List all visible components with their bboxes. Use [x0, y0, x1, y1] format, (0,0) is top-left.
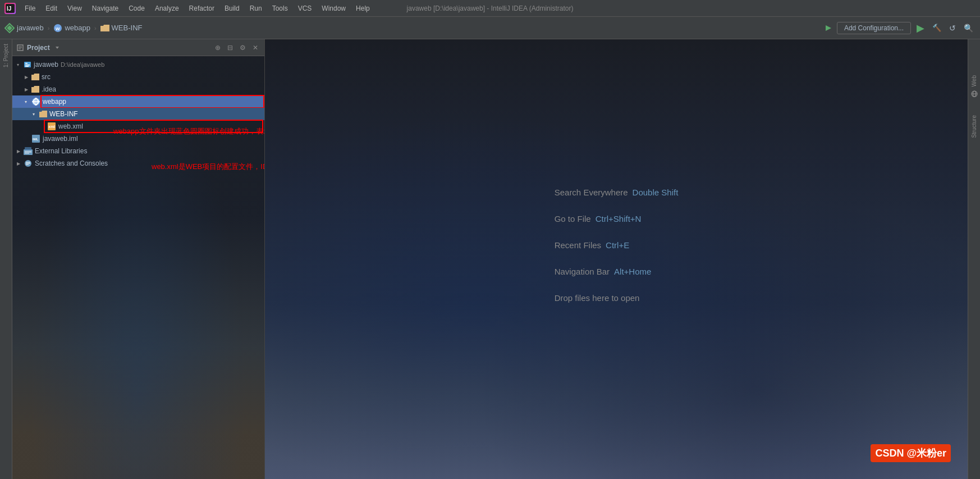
- breadcrumb-webinf[interactable]: WEB-INF: [112, 24, 143, 32]
- right-tool-strip: Web Structure: [968, 39, 980, 479]
- menu-help[interactable]: Help: [351, 3, 374, 13]
- project-tree-icon: [17, 44, 24, 51]
- tree-item-javaweb[interactable]: ▾ javaweb D:\idea\javaweb: [12, 58, 264, 71]
- window-title: javaweb [D:\idea\javaweb] - IntelliJ IDE…: [407, 4, 574, 12]
- webapp-label: webapp: [43, 98, 66, 106]
- javaweb-path: D:\idea\javaweb: [61, 61, 104, 68]
- structure-panel-label[interactable]: Structure: [970, 113, 978, 140]
- main-layout: 1: Project Project ⊕ ⊟ ⚙ ✕ ▾: [0, 39, 980, 479]
- navigate-icon[interactable]: [823, 23, 834, 33]
- menu-refactor[interactable]: Refactor: [185, 3, 219, 13]
- webxml-label: web.xml: [58, 122, 83, 130]
- project-icon: [4, 23, 15, 33]
- hint-nav-bar: Navigation Bar Alt+Home: [555, 267, 679, 276]
- left-tool-strip: 1: Project: [0, 39, 12, 479]
- svg-rect-15: [25, 66, 29, 67]
- hint-navbar-key: Alt+Home: [614, 267, 651, 276]
- tree-item-scratches[interactable]: ▶ Scratches and Consoles: [12, 157, 264, 170]
- search-everywhere-toolbar[interactable]: 🔍: [961, 22, 976, 34]
- menu-navigate[interactable]: Navigate: [88, 3, 123, 13]
- scratches-label: Scratches and Consoles: [35, 159, 108, 167]
- menu-edit[interactable]: Edit: [41, 3, 62, 13]
- breadcrumb-webapp[interactable]: webapp: [65, 24, 90, 32]
- ext-libs-icon: [24, 147, 33, 155]
- hint-goto-file: Go to File Ctrl+Shift+N: [555, 214, 679, 223]
- svg-rect-14: [25, 65, 30, 66]
- csdn-watermark: CSDN @米粉er: [871, 444, 951, 462]
- hint-search-label: Search Everywhere: [555, 188, 628, 197]
- editor-hints: Search Everywhere Double Shift Go to Fil…: [555, 188, 679, 303]
- panel-close-button[interactable]: ✕: [251, 43, 260, 52]
- svg-rect-13: [25, 63, 28, 64]
- menu-run[interactable]: Run: [245, 3, 267, 13]
- panel-collapse-button[interactable]: ⊟: [226, 43, 235, 52]
- tree-item-webinf[interactable]: ▾ WEB-INF: [12, 108, 264, 120]
- svg-text:xml: xml: [48, 125, 55, 129]
- menu-code[interactable]: Code: [124, 3, 149, 13]
- javaweb-label: javaweb: [34, 61, 58, 69]
- hint-navbar-label: Navigation Bar: [555, 267, 610, 276]
- hint-recentfiles-key: Ctrl+E: [606, 240, 629, 250]
- menu-build[interactable]: Build: [220, 3, 244, 13]
- webinf-folder-icon: [39, 111, 47, 117]
- web-panel-label[interactable]: Web: [970, 73, 979, 99]
- tree-item-webxml[interactable]: ▶ xml web.xml: [12, 120, 264, 133]
- src-label: src: [42, 73, 51, 81]
- menu-vcs[interactable]: VCS: [294, 3, 317, 13]
- svg-marker-6: [826, 25, 831, 31]
- webinf-breadcrumb-icon: [100, 25, 109, 31]
- hint-dropfiles-label: Drop files here to open: [555, 293, 640, 303]
- hint-search-everywhere: Search Everywhere Double Shift: [555, 188, 679, 197]
- iml-file-icon: IML: [31, 134, 40, 143]
- idea-label: .idea: [42, 85, 56, 93]
- menu-view[interactable]: View: [63, 3, 86, 13]
- tree-item-webapp[interactable]: ▾ webapp: [12, 95, 264, 108]
- project-panel-label[interactable]: 1: Project: [2, 42, 10, 70]
- webxml-file-icon: xml: [47, 122, 56, 131]
- hint-gotofile-key: Ctrl+Shift+N: [596, 214, 642, 223]
- add-configuration-button[interactable]: Add Configuration...: [837, 22, 911, 34]
- webapp-breadcrumb-icon: W: [53, 24, 62, 33]
- titlebar: IJ File Edit View Navigate Code Analyze …: [0, 0, 980, 17]
- svg-rect-26: [25, 147, 31, 150]
- panel-settings-button[interactable]: ⊕: [213, 43, 222, 52]
- hint-recent-files: Recent Files Ctrl+E: [555, 240, 679, 250]
- hint-search-key: Double Shift: [633, 188, 679, 197]
- hint-drop-files: Drop files here to open: [555, 293, 679, 303]
- web-icon: [971, 90, 978, 97]
- tree-item-ext-libs[interactable]: ▶ External Libraries: [12, 145, 264, 157]
- menu-window[interactable]: Window: [317, 3, 350, 13]
- src-folder-icon: [31, 74, 39, 80]
- svg-text:IML: IML: [33, 138, 39, 141]
- project-panel: Project ⊕ ⊟ ⚙ ✕ ▾ javaweb: [12, 39, 265, 479]
- panel-dropdown-icon[interactable]: [54, 45, 60, 51]
- svg-text:W: W: [56, 26, 60, 31]
- build-button[interactable]: 🔨: [930, 22, 944, 33]
- svg-text:IJ: IJ: [7, 6, 11, 12]
- project-tree: ▾ javaweb D:\idea\javaweb ▶ src: [12, 56, 264, 479]
- app-logo: IJ: [4, 3, 16, 14]
- toolbar: javaweb › W webapp › WEB-INF Add Configu…: [0, 17, 980, 39]
- project-panel-title: Project: [27, 44, 50, 52]
- idea-folder-icon: [31, 86, 39, 93]
- panel-options-button[interactable]: ⚙: [238, 43, 248, 52]
- breadcrumb-javaweb[interactable]: javaweb: [17, 24, 44, 32]
- javaweb-project-icon: [24, 61, 31, 69]
- menu-file[interactable]: File: [20, 3, 40, 13]
- hint-recentfiles-label: Recent Files: [555, 240, 601, 250]
- toolbar-right: Add Configuration... ▶ 🔨 ↺ 🔍: [823, 21, 976, 35]
- update-button[interactable]: ↺: [947, 22, 958, 34]
- menu-analyze[interactable]: Analyze: [150, 3, 184, 13]
- menu-tools[interactable]: Tools: [268, 3, 292, 13]
- scratches-icon: [24, 159, 33, 167]
- run-button[interactable]: ▶: [914, 21, 927, 35]
- svg-marker-11: [56, 47, 59, 49]
- tree-item-idea[interactable]: ▶ .idea: [12, 83, 264, 95]
- tree-item-javalweb-iml[interactable]: ▶ IML javaweb.iml: [12, 133, 264, 145]
- hint-gotofile-label: Go to File: [555, 214, 591, 223]
- ext-libs-label: External Libraries: [35, 147, 87, 155]
- iml-label: javaweb.iml: [43, 135, 78, 143]
- webapp-icon: [31, 97, 40, 106]
- editor-area: Search Everywhere Double Shift Go to Fil…: [265, 39, 968, 479]
- tree-item-src[interactable]: ▶ src: [12, 71, 264, 83]
